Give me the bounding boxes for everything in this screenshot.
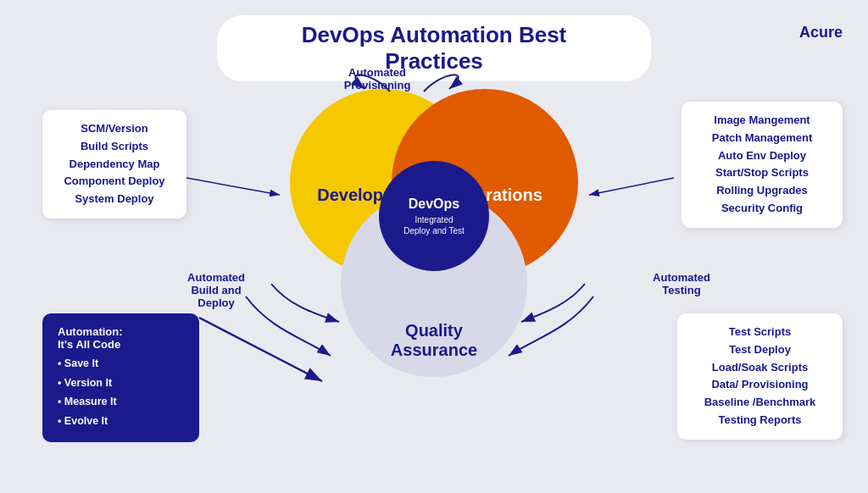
qa-items-box: Test ScriptsTest DeployLoad/Soak Scripts… bbox=[677, 313, 843, 440]
automation-items: • Save It • Version It • Measure It • Ev… bbox=[58, 354, 184, 430]
ops-items-box: Image MangementPatch ManagementAuto Env … bbox=[682, 102, 843, 228]
auto-build-label: AutomatedBuild andDeploy bbox=[161, 271, 271, 309]
dev-items-text: SCM/VersionBuild ScriptsDependency MapCo… bbox=[56, 120, 173, 208]
devops-subtitle: Integrated Deploy and Test bbox=[403, 214, 465, 236]
automation-title: Automation:It's All Code bbox=[58, 325, 184, 351]
auto-provisioning-label: AutomatedProvisioning bbox=[322, 66, 432, 91]
svg-line-2 bbox=[186, 178, 280, 195]
brand-label: Acure bbox=[799, 24, 843, 42]
qa-label: Quality Assurance bbox=[391, 321, 477, 377]
automation-box: Automation:It's All Code • Save It • Ver… bbox=[42, 313, 199, 442]
dev-items-box: SCM/VersionBuild ScriptsDependency MapCo… bbox=[42, 110, 186, 219]
devops-center-circle: DevOps Integrated Deploy and Test bbox=[379, 161, 489, 271]
svg-line-3 bbox=[589, 178, 674, 195]
auto-testing-label: AutomatedTesting bbox=[626, 271, 737, 296]
ops-items-text: Image MangementPatch ManagementAuto Env … bbox=[695, 112, 829, 218]
devops-title: DevOps bbox=[409, 197, 459, 212]
venn-diagram: Development Operations Quality Assurance… bbox=[273, 72, 595, 394]
qa-items-text: Test ScriptsTest DeployLoad/Soak Scripts… bbox=[691, 324, 829, 429]
